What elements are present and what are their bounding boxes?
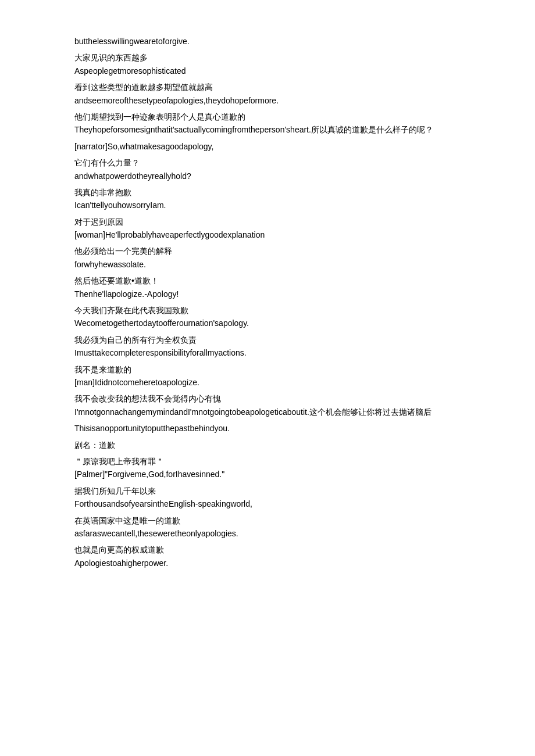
line-pair-13: 我不会改变我的想法我不会觉得内心有愧I'mnotgonnachangemymin… [74,392,461,418]
line-pair-2: 看到这些类型的道歉越多期望值就越高andseemoreofthesetypeof… [74,81,461,107]
line-pair-18: 在英语国家中这是唯一的道歉asfaraswecantell,theseweret… [74,514,461,540]
line-zh-13: 我不会改变我的想法我不会觉得内心有愧 [74,392,461,405]
line-en-11: Imusttakecompleteresponsibilityforallmya… [74,346,461,359]
line-pair-4: [narrator]So,whatmakesagoodapology, [74,140,461,153]
line-zh-6: 我真的非常抱歉 [74,186,461,199]
line-pair-14: Thisisanopportunitytoputthepastbehindyou… [74,422,461,435]
line-en-17: ForthousandsofyearsintheEnglish-speaking… [74,497,461,510]
line-zh-15: 剧名：道歉 [74,439,461,452]
line-pair-8: 他必须给出一个完美的解释forwhyhewassolate. [74,245,461,271]
line-pair-19: 也就是向更高的权威道歉Apologiestoahigherpower. [74,543,461,569]
line-en-8: forwhyhewassolate. [74,258,461,271]
line-en-12: [man]Ididnotcomeheretoapologize. [74,376,461,389]
line-zh-9: 然后他还要道歉•道歉！ [74,274,461,287]
line-en-3: Theyhopeforsomesignthatit'sactuallycomin… [74,123,461,136]
line-en-16: [Palmer]"Forgiveme,God,forIhavesinned." [74,468,461,481]
line-pair-10: 今天我们齐聚在此代表我国致歉Wecometogethertodaytooffer… [74,304,461,330]
line-pair-3: 他们期望找到一种迹象表明那个人是真心道歉的Theyhopeforsomesign… [74,110,461,137]
line-en-9: Thenhe'llapologize.-Apology! [74,288,461,300]
line-en-1: Aspeoplegetmoresophisticated [74,65,461,77]
line-zh-2: 看到这些类型的道歉越多期望值就越高 [74,81,461,94]
line-en-2: andseemoreofthesetypeofapologies,theydoh… [74,94,461,107]
line-pair-5: 它们有什么力量？andwhatpowerdotheyreallyhold? [74,156,461,182]
line-zh-8: 他必须给出一个完美的解释 [74,245,461,257]
line-pair-11: 我必须为自己的所有行为全权负责Imusttakecompleteresponsi… [74,334,461,360]
line-pair-0: butthelesswillingwearetoforgive. [74,35,461,48]
line-zh-18: 在英语国家中这是唯一的道歉 [74,514,461,527]
line-pair-7: 对于迟到原因[woman]He'llprobablyhaveaperfectly… [74,216,461,242]
line-pair-15: 剧名：道歉 [74,439,461,452]
line-pair-6: 我真的非常抱歉Ican'ttellyouhowsorryIam. [74,186,461,212]
line-zh-19: 也就是向更高的权威道歉 [74,543,461,556]
line-zh-3: 他们期望找到一种迹象表明那个人是真心道歉的 [74,110,461,123]
line-zh-16: ＂原谅我吧上帝我有罪＂ [74,455,461,468]
line-pair-9: 然后他还要道歉•道歉！Thenhe'llapologize.-Apology! [74,274,461,300]
line-zh-12: 我不是来道歉的 [74,363,461,376]
line-en-7: [woman]He'llprobablyhaveaperfectlygoodex… [74,228,461,241]
line-zh-1: 大家见识的东西越多 [74,51,461,64]
line-en-5: andwhatpowerdotheyreallyhold? [74,170,461,182]
line-en-6: Ican'ttellyouhowsorryIam. [74,199,461,212]
line-zh-5: 它们有什么力量？ [74,156,461,169]
line-en-14: Thisisanopportunitytoputthepastbehindyou… [74,422,461,435]
line-zh-17: 据我们所知几千年以来 [74,485,461,497]
line-en-19: Apologiestoahigherpower. [74,557,461,569]
line-zh-10: 今天我们齐聚在此代表我国致歉 [74,304,461,317]
line-pair-16: ＂原谅我吧上帝我有罪＂[Palmer]"Forgiveme,God,forIha… [74,455,461,481]
line-pair-1: 大家见识的东西越多Aspeoplegetmoresophisticated [74,51,461,77]
line-zh-11: 我必须为自己的所有行为全权负责 [74,334,461,346]
line-en-13: I'mnotgonnachangemymindandI'mnotgoingtob… [74,406,461,418]
line-en-0: butthelesswillingwearetoforgive. [74,35,461,48]
line-zh-7: 对于迟到原因 [74,216,461,228]
line-en-10: Wecometogethertodaytoofferournation'sapo… [74,317,461,329]
line-pair-12: 我不是来道歉的[man]Ididnotcomeheretoapologize. [74,363,461,389]
line-en-18: asfaraswecantell,theseweretheonlyapologi… [74,527,461,540]
main-content: butthelesswillingwearetoforgive.大家见识的东西越… [74,35,461,569]
line-pair-17: 据我们所知几千年以来ForthousandsofyearsintheEnglis… [74,485,461,511]
line-en-4: [narrator]So,whatmakesagoodapology, [74,140,461,153]
